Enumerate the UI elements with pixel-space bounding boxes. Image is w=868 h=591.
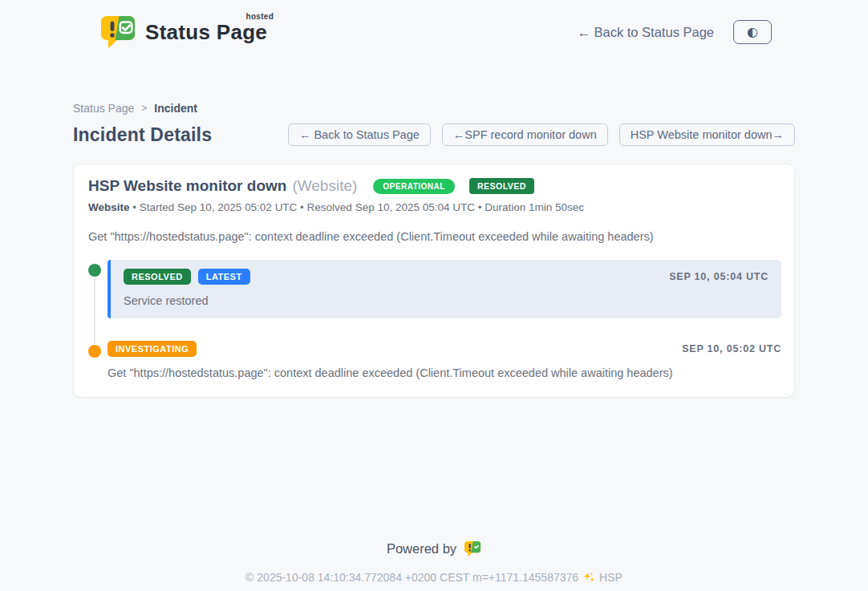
timeline-dot-column — [88, 260, 107, 318]
timeline-entry-box: RESOLVED LATEST SEP 10, 05:04 UTC Servic… — [107, 260, 781, 318]
prev-incident-button[interactable]: ←SPF record monitor down — [442, 123, 608, 146]
timeline-entry-resolved: RESOLVED LATEST SEP 10, 05:04 UTC Servic… — [88, 260, 781, 318]
title-row: Incident Details ← Back to Status Page ←… — [73, 123, 795, 146]
timeline-entry-investigating: INVESTIGATING SEP 10, 05:02 UTC Get "htt… — [88, 341, 781, 379]
breadcrumb: Status Page > Incident — [73, 102, 795, 115]
timeline-entry-badges: INVESTIGATING — [107, 341, 197, 357]
timeline-dot-orange — [88, 345, 101, 358]
page-title: Incident Details — [73, 124, 212, 146]
copyright-line: © 2025-10-08 14:10:34.772084 +0200 CEST … — [0, 571, 868, 584]
incident-timeline: RESOLVED LATEST SEP 10, 05:04 UTC Servic… — [88, 260, 781, 379]
timeline-investigating-badge: INVESTIGATING — [107, 341, 197, 357]
contrast-icon: ◐ — [747, 26, 758, 38]
brand-name-text: Status Page — [145, 20, 267, 44]
timeline-entry-message: Service restored — [124, 294, 769, 307]
timeline-resolved-badge: RESOLVED — [124, 269, 191, 285]
incident-card: HSP Website monitor down (Website) OPERA… — [73, 164, 795, 398]
hosted-label: hosted — [246, 12, 274, 21]
incident-description: Get "https://hostedstatus.page": context… — [88, 230, 781, 243]
timeline-entry-head: INVESTIGATING SEP 10, 05:02 UTC — [107, 341, 781, 357]
timeline-entry-message: Get "https://hostedstatus.page": context… — [107, 366, 781, 379]
incident-nav-buttons: ← Back to Status Page ←SPF record monito… — [288, 123, 795, 146]
status-page-logo-icon — [99, 14, 136, 50]
timeline-entry-timestamp: SEP 10, 05:04 UTC — [669, 271, 769, 282]
incident-title: HSP Website monitor down — [88, 177, 286, 195]
status-page-logo-icon-small[interactable] — [464, 540, 481, 557]
theme-toggle-button[interactable]: ◐ — [733, 20, 772, 44]
header: Status Page hosted ← Back to Status Page… — [0, 0, 868, 53]
header-right: ← Back to Status Page ◐ — [577, 20, 772, 44]
timeline-latest-badge: LATEST — [198, 269, 250, 285]
next-incident-button[interactable]: HSP Website monitor down→ — [619, 123, 795, 146]
timeline-entry-badges: RESOLVED LATEST — [124, 269, 250, 285]
footer: Powered by © 2025-10-08 14:10:34.772084 … — [0, 540, 868, 584]
timeline-dot-green — [88, 264, 101, 277]
breadcrumb-status-page[interactable]: Status Page — [73, 102, 134, 115]
timeline-entry-timestamp: SEP 10, 05:02 UTC — [682, 343, 781, 354]
incident-component: (Website) — [292, 177, 357, 195]
header-back-to-status-page-link[interactable]: ← Back to Status Page — [577, 25, 714, 40]
operational-status-badge: OPERATIONAL — [373, 179, 455, 194]
timeline-entry-head: RESOLVED LATEST SEP 10, 05:04 UTC — [124, 269, 769, 285]
breadcrumb-incident: Incident — [154, 102, 197, 115]
breadcrumb-separator-icon: > — [141, 103, 147, 114]
incident-badges: OPERATIONAL RESOLVED — [373, 178, 534, 194]
timeline-entry-plain: INVESTIGATING SEP 10, 05:02 UTC Get "htt… — [107, 341, 781, 379]
timeline-dot-column — [88, 341, 107, 379]
incident-card-title-row: HSP Website monitor down (Website) OPERA… — [88, 177, 781, 195]
resolved-state-badge: RESOLVED — [469, 178, 534, 194]
incident-meta-details: • Started Sep 10, 2025 05:02 UTC • Resol… — [130, 201, 585, 213]
incident-meta-component: Website — [88, 201, 130, 213]
powered-by-text: Powered by — [387, 541, 456, 557]
brand-logo[interactable]: Status Page hosted — [99, 14, 272, 50]
back-to-status-page-button[interactable]: ← Back to Status Page — [288, 123, 431, 146]
powered-by: Powered by — [0, 540, 868, 557]
copyright-suffix: HSP — [599, 571, 623, 584]
sparkles-icon — [582, 571, 595, 584]
main-content: Status Page > Incident Incident Details … — [73, 102, 795, 398]
brand-name: Status Page hosted — [145, 20, 272, 45]
copyright-text: © 2025-10-08 14:10:34.772084 +0200 CEST … — [245, 571, 578, 584]
incident-meta: Website • Started Sep 10, 2025 05:02 UTC… — [88, 201, 781, 213]
